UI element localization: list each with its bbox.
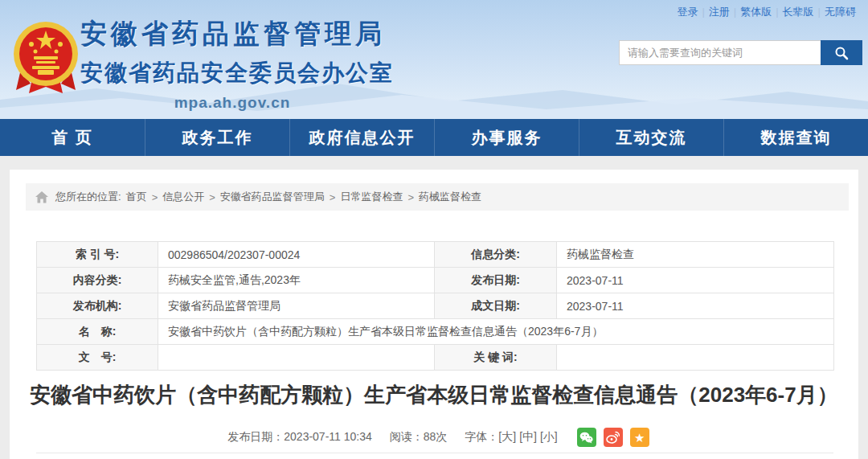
document-info-table: 索 引 号: 002986504/202307-00024 信息分类: 药械监督… (36, 241, 834, 371)
doc-number-label: 文 号: (37, 345, 158, 371)
weibo-icon (606, 431, 620, 444)
keyword-value (557, 345, 834, 371)
nav-item-home[interactable]: 首 页 (0, 119, 145, 156)
name-label: 名 称: (37, 319, 158, 345)
home-icon (35, 191, 48, 203)
org-title: 安徽省药品监督管理局 (80, 16, 384, 52)
read-count-meta: 阅读：88次 (390, 430, 448, 445)
content-card: 您所在的位置: 首页 > 信息公开 > 安徽省药品监督管理局 > 日常监督检查 … (10, 170, 858, 459)
nav-item-services[interactable]: 办事服务 (434, 119, 579, 156)
search-icon (834, 46, 849, 60)
link-separator: | (702, 6, 704, 18)
table-row: 索 引 号: 002986504/202307-00024 信息分类: 药械监督… (37, 242, 834, 268)
breadcrumb-agency[interactable]: 安徽省药品监督管理局 (220, 190, 325, 204)
info-class-value: 药械监督检查 (557, 242, 834, 268)
doc-number-value (158, 345, 435, 371)
breadcrumb-separator: > (407, 191, 414, 203)
breadcrumb-separator: > (152, 191, 158, 203)
doc-date-value: 2023-07-11 (557, 293, 834, 319)
register-link[interactable]: 注册 (709, 6, 730, 18)
doc-date-label: 成文日期: (435, 293, 557, 319)
weibo-share-button[interactable] (604, 428, 623, 447)
star-icon: ★ (634, 432, 645, 444)
login-link[interactable]: 登录 (677, 6, 698, 18)
read-count-value: 88次 (424, 430, 448, 443)
nav-item-government-work[interactable]: 政务工作 (145, 119, 289, 156)
site-banner: 登录|注册|繁体版|长辈版|无障碍 安徽省药品监督管理局 安徽省药品安全委员会办… (0, 0, 868, 119)
article-title: 安徽省中药饮片（含中药配方颗粒）生产省本级日常监督检查信息通告（2023年6-7… (10, 381, 858, 409)
publish-date-meta: 发布日期：2023-07-11 10:34 (227, 430, 372, 445)
accessibility-link[interactable]: 无障碍 (825, 6, 856, 18)
nav-item-data-query[interactable]: 数据查询 (723, 119, 868, 156)
publish-org-value: 安徽省药品监督管理局 (158, 293, 435, 319)
breadcrumb-separator: > (209, 191, 215, 203)
link-separator: | (818, 6, 821, 18)
publish-date-label: 发布日期: (435, 268, 557, 293)
utility-links: 登录|注册|繁体版|长辈版|无障碍 (673, 5, 860, 19)
font-size-label: 字体： (465, 430, 498, 443)
index-number-value: 002986504/202307-00024 (158, 242, 435, 268)
font-size-large-button[interactable]: [大] (498, 430, 516, 443)
site-domain: mpa.ah.gov.cn (80, 94, 384, 112)
search-button[interactable] (821, 40, 862, 65)
content-class-value: 药械安全监管,通告,2023年 (158, 268, 435, 293)
content-class-label: 内容分类: (37, 268, 158, 293)
breadcrumb-home[interactable]: 首页 (126, 190, 147, 204)
table-row: 内容分类: 药械安全监管,通告,2023年 发布日期: 2023-07-11 (37, 268, 834, 293)
read-count-label: 阅读： (390, 430, 424, 443)
info-class-label: 信息分类: (435, 242, 557, 268)
index-number-label: 索 引 号: (37, 242, 158, 268)
table-row: 发布机构: 安徽省药品监督管理局 成文日期: 2023-07-11 (37, 293, 834, 319)
search-input[interactable] (619, 40, 821, 65)
font-size-small-button[interactable]: [小] (540, 430, 558, 443)
breadcrumb-info-disclosure[interactable]: 信息公开 (162, 190, 204, 204)
nav-item-information-disclosure[interactable]: 政府信息公开 (289, 119, 434, 156)
name-value: 安徽省中药饮片（含中药配方颗粒）生产省本级日常监督检查信息通告（2023年6-7… (158, 319, 834, 345)
publish-date-meta-label: 发布日期： (227, 430, 284, 443)
font-size-controls: 字体：[大][中][小] (465, 430, 560, 445)
wechat-share-button[interactable] (577, 428, 596, 447)
site-search (619, 40, 862, 65)
site-identity: 安徽省药品监督管理局 安徽省药品安全委员会办公室 mpa.ah.gov.cn (80, 16, 384, 112)
favorite-star-button[interactable]: ★ (630, 428, 649, 447)
link-separator: | (776, 6, 778, 18)
breadcrumb-prefix: 您所在的位置: (55, 190, 121, 204)
publish-org-label: 发布机构: (37, 293, 158, 319)
breadcrumb-separator: > (330, 191, 336, 203)
org-subtitle: 安徽省药品安全委员会办公室 (80, 58, 384, 88)
keyword-label: 关 键 词: (435, 345, 557, 371)
publish-date-value: 2023-07-11 (557, 268, 834, 293)
publish-date-meta-value: 2023-07-11 10:34 (284, 430, 372, 443)
breadcrumb-daily-inspection[interactable]: 日常监督检查 (340, 190, 403, 204)
breadcrumb-current-page[interactable]: 药械监督检查 (419, 190, 481, 204)
national-emblem-logo (11, 19, 80, 96)
table-row: 名 称: 安徽省中药饮片（含中药配方颗粒）生产省本级日常监督检查信息通告（202… (37, 319, 834, 345)
elderly-version-link[interactable]: 长辈版 (783, 6, 814, 18)
article-meta: 发布日期：2023-07-11 10:34 阅读：88次 字体：[大][中][小… (10, 427, 858, 448)
font-size-medium-button[interactable]: [中] (519, 430, 537, 443)
link-separator: | (734, 6, 736, 18)
wechat-icon (579, 432, 593, 444)
section-divider (36, 453, 833, 453)
main-navigation: 首 页 政务工作 政府信息公开 办事服务 互动交流 数据查询 (0, 119, 868, 156)
nav-item-interaction[interactable]: 互动交流 (579, 119, 723, 156)
table-row: 文 号: 关 键 词: (37, 345, 834, 371)
breadcrumb: 您所在的位置: 首页 > 信息公开 > 安徽省药品监督管理局 > 日常监督检查 … (26, 183, 849, 211)
traditional-chinese-link[interactable]: 繁体版 (740, 6, 772, 18)
